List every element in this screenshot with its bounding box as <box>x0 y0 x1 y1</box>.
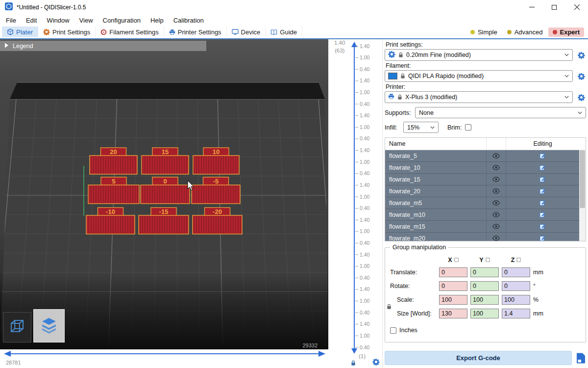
tab-label: Guide <box>280 28 297 36</box>
size-world--y-field[interactable]: 100 <box>470 309 499 318</box>
svg-text:1.00: 1.00 <box>360 298 370 304</box>
mode-advanced[interactable]: Advanced <box>503 27 547 37</box>
svg-text:1.40: 1.40 <box>360 112 370 118</box>
viewport-3d[interactable]: 20151050-5-10-15-20 29332 Legend <box>0 39 328 349</box>
hslider-right-arrow[interactable] <box>318 351 325 357</box>
layers-icon <box>40 315 58 336</box>
menu-window[interactable]: Window <box>42 17 74 24</box>
supports-select[interactable]: None <box>415 107 586 118</box>
menu-help[interactable]: Help <box>146 17 169 24</box>
scale--x-field[interactable]: 100 <box>439 295 467 305</box>
printer-label: Printer: <box>386 83 585 90</box>
edit-printer-button[interactable] <box>576 92 586 102</box>
maximize-button[interactable] <box>543 0 565 15</box>
printer-combo[interactable]: X-Plus 3 (modified) <box>385 91 573 103</box>
tab-printer-settings[interactable]: Printer Settings <box>164 26 227 37</box>
legend-expand-icon <box>4 43 9 50</box>
rotate--z-field[interactable]: 0 <box>502 281 530 291</box>
translate--y-field[interactable]: 0 <box>470 267 499 277</box>
object-list-scrollbar[interactable] <box>579 150 586 241</box>
menu-calibration[interactable]: Calibration <box>169 17 209 24</box>
edit-filament-button[interactable] <box>576 71 586 81</box>
lslider-bottom-handle[interactable] <box>351 348 357 354</box>
edit-icon[interactable] <box>506 209 579 220</box>
close-button[interactable] <box>565 0 588 15</box>
rotate--x-field[interactable]: 0 <box>439 281 467 291</box>
tab-device[interactable]: Device <box>227 26 266 37</box>
hslider-left-arrow[interactable] <box>4 351 11 357</box>
menu-edit[interactable]: Edit <box>21 17 42 24</box>
tab-filament-settings[interactable]: Filament Settings <box>96 26 164 37</box>
axis-box-icon <box>454 257 459 263</box>
edit-icon[interactable] <box>506 233 579 241</box>
mode-expert[interactable]: Expert <box>548 27 584 37</box>
object-row-flowrate_m20[interactable]: flowrate_m20 <box>385 233 586 241</box>
legend-bar[interactable]: Legend <box>0 41 206 51</box>
eye-icon[interactable] <box>486 162 506 173</box>
tab-guide[interactable]: Guide <box>266 26 302 37</box>
object-row-flowrate_20[interactable]: flowrate_20 <box>385 185 586 197</box>
mode-simple[interactable]: Simple <box>466 27 502 37</box>
tab-plater[interactable]: Plater <box>2 26 38 37</box>
object-name: flowrate_m5 <box>385 200 486 207</box>
infill-select[interactable]: 15% <box>403 122 439 133</box>
print-settings-combo[interactable]: 0.20mm Fine (modified) <box>385 49 573 61</box>
object-row-flowrate_5[interactable]: flowrate_5 <box>385 150 586 162</box>
object-row-flowrate_m10[interactable]: flowrate_m10 <box>385 209 586 221</box>
menu-configuration[interactable]: Configuration <box>98 17 146 24</box>
maximize-icon <box>552 3 557 12</box>
printer-icon <box>169 29 175 35</box>
size-world--x-field[interactable]: 130 <box>439 309 467 318</box>
rotate--y-field[interactable]: 0 <box>470 281 499 291</box>
object-row-flowrate_15[interactable]: flowrate_15 <box>385 174 586 185</box>
scrollbar-thumb[interactable] <box>580 150 585 208</box>
edit-icon[interactable] <box>506 197 579 209</box>
slider-lock-icon[interactable] <box>351 359 356 368</box>
edit-print-settings-button[interactable] <box>576 50 586 60</box>
view-preview-button[interactable] <box>33 309 65 342</box>
tab-print-settings[interactable]: Print Settings <box>38 26 96 37</box>
translate--x-field[interactable]: 0 <box>439 267 467 277</box>
edit-icon[interactable] <box>506 221 579 232</box>
uniform-scale-lock-icon[interactable] <box>387 304 392 311</box>
object-row-flowrate_m15[interactable]: flowrate_m15 <box>385 221 586 233</box>
slider-gear-icon[interactable] <box>372 358 380 368</box>
brim-checkbox[interactable] <box>465 124 471 131</box>
svg-text:1.40: 1.40 <box>360 43 370 49</box>
eye-icon[interactable] <box>486 233 506 241</box>
edit-icon[interactable] <box>506 162 579 173</box>
filament-combo[interactable]: QIDI PLA Rapido (modified) <box>385 70 573 82</box>
size-world--z-field[interactable]: 1.4 <box>502 309 530 318</box>
eye-icon[interactable] <box>486 197 506 209</box>
minimize-button[interactable] <box>520 0 543 15</box>
sd-card-icon[interactable] <box>575 352 586 364</box>
edit-icon[interactable] <box>506 185 579 197</box>
eye-icon[interactable] <box>486 221 506 232</box>
group-manipulation-title: Group manipulation <box>390 244 448 251</box>
translate--z-field[interactable]: 0 <box>502 267 530 277</box>
supports-value: None <box>419 109 434 116</box>
plater-icon <box>7 28 14 35</box>
svg-text:1.00: 1.00 <box>360 333 370 339</box>
horizontal-slider[interactable] <box>0 349 328 368</box>
tab-bar: PlaterPrint SettingsFilament SettingsPri… <box>0 26 588 39</box>
scale--y-field[interactable]: 100 <box>470 295 499 305</box>
eye-icon[interactable] <box>486 150 506 161</box>
inches-checkbox[interactable] <box>390 327 396 334</box>
layer-slider[interactable]: 1.401.000.401.401.000.401.401.000.401.40… <box>328 39 382 368</box>
eye-icon[interactable] <box>486 174 506 185</box>
eye-icon[interactable] <box>486 185 506 197</box>
menu-file[interactable]: File <box>1 17 21 24</box>
axis-header-z: Z <box>502 257 530 263</box>
edit-icon[interactable] <box>506 174 579 185</box>
chevron-down-icon <box>430 126 435 129</box>
eye-icon[interactable] <box>486 209 506 220</box>
object-row-flowrate_10[interactable]: flowrate_10 <box>385 162 586 174</box>
menu-view[interactable]: View <box>74 17 98 24</box>
edit-icon[interactable] <box>506 150 579 161</box>
view-3d-button[interactable] <box>3 312 31 342</box>
scale--z-field[interactable]: 100 <box>502 295 530 305</box>
object-row-flowrate_m5[interactable]: flowrate_m5 <box>385 197 586 209</box>
manipulation-grid: XYZTranslate:000mmRotate:000°Scale:10010… <box>390 257 553 318</box>
export-gcode-button[interactable]: Export G-code <box>385 351 572 365</box>
